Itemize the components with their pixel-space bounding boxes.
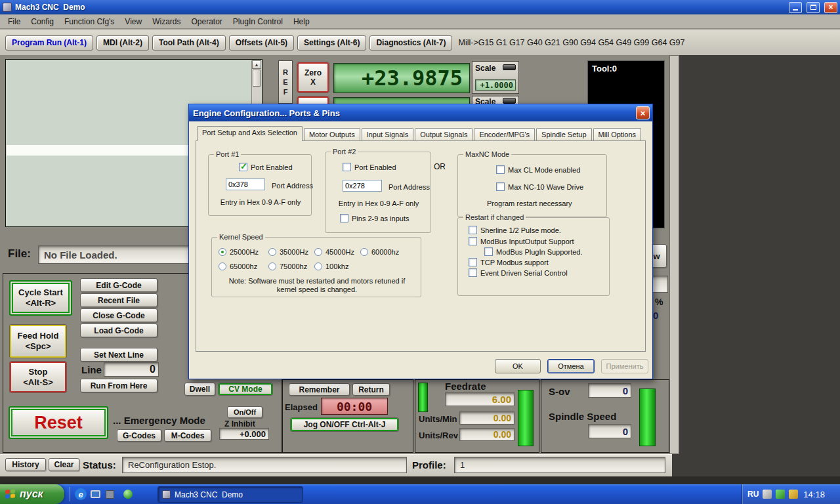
port1-enabled-checkbox[interactable]: Port Enabled <box>239 163 293 171</box>
menu-function-cfgs[interactable]: Function Cfg's <box>59 16 119 28</box>
menu-wizards[interactable]: Wizards <box>147 16 186 28</box>
tab-diagnostics[interactable]: Diagnostics (Alt-7) <box>369 35 452 51</box>
cancel-button[interactable]: Отмена <box>547 359 595 373</box>
kernel-25000hz-radio[interactable]: 25000Hz <box>219 248 259 256</box>
elapsed-time-display: 00:00 <box>321 398 388 415</box>
gcodes-button[interactable]: G-Codes <box>117 429 161 442</box>
save-disk-icon[interactable] <box>104 488 116 500</box>
scale-slider-icon[interactable] <box>503 64 516 70</box>
modbus-plugin-checkbox[interactable]: ModBus PlugIn Supported. <box>484 247 582 256</box>
kernel-45000hz-radio[interactable]: 45000Hz <box>314 248 354 256</box>
close-gcode-button[interactable]: Close G-Code <box>80 308 158 322</box>
kernel-100khz-radio[interactable]: 100khz <box>314 262 348 270</box>
kernel-65000hz-radio[interactable]: 65000hz <box>219 262 257 270</box>
sherline-pulse-checkbox[interactable]: Sherline 1/2 Pulse mode. <box>469 226 561 234</box>
ok-button[interactable]: OK <box>495 359 541 373</box>
menu-operator[interactable]: Operator <box>186 16 228 28</box>
x-axis-dro[interactable]: +23.9875 <box>333 63 470 93</box>
apply-button: Применить <box>601 359 648 373</box>
zero-x-axis-label: X <box>310 77 316 87</box>
max-nc10-wave-checkbox[interactable]: Max NC-10 Wave Drive <box>496 182 583 191</box>
event-driven-serial-checkbox[interactable]: Event Driven Serial Control <box>469 268 568 277</box>
x-scale-dro[interactable]: +1.0000 <box>475 79 516 91</box>
tab-spindle-setup[interactable]: Spindle Setup <box>536 128 592 141</box>
display-icon[interactable] <box>89 488 101 500</box>
tab-program-run[interactable]: Program Run (Alt-1) <box>5 35 93 51</box>
tray-icon-1[interactable] <box>763 490 772 499</box>
tab-input-signals[interactable]: Input Signals <box>362 128 414 141</box>
run-from-here-button[interactable]: Run From Here <box>80 379 158 392</box>
maximize-button[interactable] <box>807 2 820 13</box>
clock[interactable]: 14:18 <box>803 490 825 499</box>
dialog-close-button[interactable]: × <box>636 106 650 119</box>
window-vertical-scrollbar[interactable] <box>669 55 679 454</box>
minimize-button[interactable] <box>789 2 802 13</box>
tab-settings[interactable]: Settings (Alt-6) <box>297 35 366 51</box>
remember-button[interactable]: Remember <box>289 383 350 396</box>
clear-button[interactable]: Clear <box>49 458 79 471</box>
spindle-override-slider[interactable] <box>639 388 656 446</box>
edit-gcode-button[interactable]: Edit G-Code <box>80 278 158 292</box>
scroll-up-icon[interactable]: ▲ <box>252 60 261 69</box>
jog-toggle-button[interactable]: Jog ON/OFF Ctrl-Alt-J <box>290 417 399 432</box>
scale-slider-icon[interactable] <box>503 98 516 104</box>
port2-enabled-checkbox[interactable]: Port Enabled <box>343 163 396 171</box>
mcodes-button[interactable]: M-Codes <box>164 429 211 442</box>
menu-file[interactable]: File <box>3 16 26 28</box>
sov-value[interactable]: 0 <box>588 383 631 398</box>
recent-file-button[interactable]: Recent File <box>80 293 158 307</box>
return-button[interactable]: Return <box>352 383 390 396</box>
line-number-display[interactable]: 0 <box>104 362 159 377</box>
feedrate-override-slider[interactable] <box>518 390 534 446</box>
pins-2-9-inputs-checkbox[interactable]: Pins 2-9 as inputs <box>340 214 409 222</box>
tab-port-setup[interactable]: Port Setup and Axis Selection <box>197 126 303 141</box>
spindle-speed-value[interactable]: 0 <box>588 424 631 438</box>
max-cl-mode-checkbox[interactable]: Max CL Mode enabled <box>496 165 580 174</box>
scrollbar-thumb[interactable] <box>253 70 261 87</box>
tab-mill-options[interactable]: Mill Options <box>593 128 641 141</box>
tab-motor-outputs[interactable]: Motor Outputs <box>304 128 360 141</box>
tab-offsets[interactable]: Offsets (Alt-5) <box>229 35 294 51</box>
zero-button-partial[interactable] <box>297 96 329 104</box>
tab-output-signals[interactable]: Output Signals <box>415 128 472 141</box>
internet-explorer-icon[interactable]: e <box>75 488 87 500</box>
history-button[interactable]: History <box>5 458 46 471</box>
dialog-titlebar[interactable]: Engine Configuration... Ports & Pins <box>189 104 652 121</box>
ref-button[interactable]: R E F <box>278 60 293 104</box>
z-inhibit-toggle-button[interactable]: On/Off <box>227 406 262 418</box>
menu-plugin-control[interactable]: PlugIn Control <box>228 16 288 28</box>
kernel-75000hz-radio[interactable]: 75000hz <box>268 262 307 270</box>
taskbar-task-mach3[interactable]: Mach3 CNC Demo <box>158 486 303 503</box>
start-button[interactable]: пуск <box>0 484 64 504</box>
feed-hold-button[interactable]: Feed Hold <Spc> <box>9 324 67 358</box>
reset-button[interactable]: Reset <box>9 406 108 439</box>
tray-icon-3[interactable] <box>789 490 798 499</box>
cycle-start-shortcut: <Alt-R> <box>26 298 56 308</box>
close-button[interactable]: × <box>824 2 837 13</box>
port1-address-input[interactable] <box>226 178 265 190</box>
zero-x-button[interactable]: Zero X <box>297 62 329 93</box>
menu-help[interactable]: Help <box>288 16 315 28</box>
modbus-inputoutput-checkbox[interactable]: ModBus InputOutput Support <box>469 237 574 245</box>
dialog-title: Engine Configuration... Ports & Pins <box>193 108 340 118</box>
cycle-start-button[interactable]: Cycle Start <Alt-R> <box>9 280 72 316</box>
units-min-value: 0.00 <box>459 411 514 425</box>
tray-icon-2[interactable] <box>776 490 785 499</box>
kernel-35000hz-radio[interactable]: 35000Hz <box>268 248 308 256</box>
menu-config[interactable]: Config <box>26 16 59 28</box>
set-next-line-button[interactable]: Set Next Line <box>80 348 158 362</box>
tab-mdi[interactable]: MDI (Alt-2) <box>96 35 149 51</box>
menu-view[interactable]: View <box>119 16 147 28</box>
z-inhibit-value[interactable]: +0.000 <box>219 428 269 440</box>
load-gcode-button[interactable]: Load G-Code <box>80 324 158 337</box>
tab-encoder-mpg[interactable]: Encoder/MPG's <box>474 128 535 141</box>
port1-group: Port #1 Port Enabled Port Address Entry … <box>208 154 312 216</box>
language-indicator[interactable]: RU <box>747 490 759 499</box>
tab-tool-path[interactable]: Tool Path (Alt-4) <box>152 35 226 51</box>
feedrate-value[interactable]: 6.00 <box>445 392 514 406</box>
stop-button[interactable]: Stop <Alt-S> <box>9 361 67 393</box>
tcp-modbus-checkbox[interactable]: TCP Modbus support <box>469 258 549 266</box>
kernel-60000hz-radio[interactable]: 60000hz <box>360 248 399 256</box>
port2-address-input[interactable] <box>343 180 382 192</box>
green-ball-icon[interactable] <box>122 488 134 500</box>
